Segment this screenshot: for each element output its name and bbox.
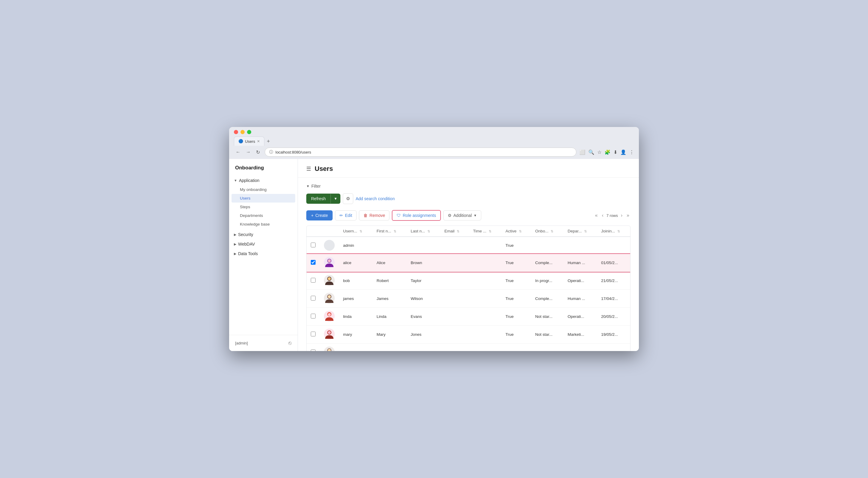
cell-department: Marketi...	[563, 326, 597, 344]
edit-label: Edit	[345, 213, 352, 218]
row-checkbox[interactable]	[311, 314, 315, 318]
col-email[interactable]: Email ⇅	[440, 226, 469, 237]
table-row[interactable]: linda Linda Evans True Not star... Opera…	[307, 308, 630, 326]
svg-point-14	[328, 331, 331, 334]
col-onboarding[interactable]: Onbo... ⇅	[531, 226, 563, 237]
cell-active: True	[501, 237, 531, 254]
new-tab-button[interactable]: +	[265, 137, 273, 146]
create-label: Create	[315, 213, 328, 218]
sidebar-item-my-onboarding[interactable]: My onboarding	[229, 185, 298, 194]
next-page-button[interactable]: ›	[620, 212, 624, 219]
cell-checkbox	[307, 344, 320, 351]
minimize-button[interactable]	[241, 130, 245, 134]
webdav-section-header[interactable]: ▶ WebDAV	[229, 239, 298, 249]
col-time[interactable]: Time ... ⇅	[469, 226, 501, 237]
application-chevron-icon: ▼	[234, 179, 237, 182]
url-bar[interactable]: ⓘ localhost:8080/users	[265, 147, 577, 157]
first-page-button[interactable]: «	[594, 212, 599, 219]
logout-icon[interactable]: ⎋	[288, 340, 291, 346]
close-button[interactable]	[234, 130, 238, 134]
row-checkbox[interactable]	[311, 278, 315, 283]
maximize-button[interactable]	[247, 130, 251, 134]
browser-tab-users[interactable]: 🔵 Users ✕	[234, 137, 265, 146]
gear-icon: ⚙	[346, 196, 350, 201]
table-row[interactable]: mary Mary Jones True Not star... Marketi…	[307, 326, 630, 344]
table-row[interactable]: bob Robert Taylor True In progr... Opera…	[307, 272, 630, 290]
favicon-icon: 🔵	[238, 139, 243, 144]
prev-page-button[interactable]: ‹	[600, 212, 604, 219]
pagination-area: « ‹ 7 rows › »	[594, 212, 630, 219]
cell-time	[469, 290, 501, 308]
data-tools-chevron-icon: ▶	[234, 252, 236, 256]
refresh-dropdown-icon[interactable]: ▼	[331, 194, 340, 203]
row-checkbox[interactable]	[311, 296, 315, 301]
menu-icon[interactable]: ⋮	[629, 149, 634, 155]
data-tools-section-header[interactable]: ▶ Data Tools	[229, 249, 298, 259]
cell-joining: 01/05/2...	[597, 254, 630, 272]
cell-time	[469, 308, 501, 326]
additional-chevron-icon: ▼	[473, 214, 477, 217]
cell-onboarding: Not star...	[531, 326, 563, 344]
additional-button[interactable]: ⚙ Additional ▼	[443, 210, 481, 220]
cell-time	[469, 237, 501, 254]
create-button[interactable]: + Create	[306, 210, 333, 220]
cell-firstname: Mary	[372, 326, 406, 344]
sidebar-item-users[interactable]: Users	[231, 194, 295, 203]
cell-checkbox	[307, 272, 320, 290]
role-assignments-button[interactable]: 🛡 Role assignments	[392, 210, 441, 221]
joining-sort-icon: ⇅	[617, 230, 620, 233]
table-row[interactable]: alice Alice Brown True Comple... Human .…	[307, 254, 630, 272]
cell-department: Human ...	[563, 290, 597, 308]
col-department[interactable]: Depar... ⇅	[563, 226, 597, 237]
cell-checkbox	[307, 326, 320, 344]
col-username[interactable]: Usern... ⇅	[339, 226, 372, 237]
filter-toolbar: Refresh ▼ ⚙ Add search condition	[306, 193, 630, 204]
sidebar: Onboarding ▼ Application My onboarding U…	[229, 159, 298, 351]
table-row[interactable]: admin True	[307, 237, 630, 254]
col-lastname[interactable]: Last n... ⇅	[406, 226, 440, 237]
settings-button[interactable]: ⚙	[343, 193, 353, 204]
application-section-header[interactable]: ▼ Application	[229, 176, 298, 185]
sidebar-title: Onboarding	[229, 159, 298, 176]
add-search-condition-link[interactable]: Add search condition	[355, 196, 395, 201]
remove-button[interactable]: 🗑 Remove	[359, 210, 390, 220]
sidebar-item-departments[interactable]: Departments	[229, 211, 298, 220]
row-checkbox[interactable]	[311, 243, 315, 247]
reload-button[interactable]: ↻	[254, 149, 262, 156]
tab-bar: 🔵 Users ✕ +	[234, 137, 634, 146]
refresh-button[interactable]: Refresh ▼	[306, 194, 340, 204]
profile-icon[interactable]: 👤	[620, 149, 626, 155]
sidebar-item-knowledge-base[interactable]: Knowledge base	[229, 220, 298, 229]
row-checkbox[interactable]	[311, 349, 315, 351]
edit-button[interactable]: ✏ Edit	[335, 210, 356, 220]
screen-capture-icon[interactable]: ⬜	[579, 149, 585, 155]
cell-joining: 20/05/2...	[597, 308, 630, 326]
cell-username: susan	[339, 344, 372, 351]
zoom-icon[interactable]: 🔍	[588, 149, 594, 155]
table-row[interactable]: james James Wilson True Comple... Human …	[307, 290, 630, 308]
extension-icon[interactable]: 🧩	[604, 149, 611, 155]
sidebar-item-steps[interactable]: Steps	[229, 203, 298, 211]
additional-label: Additional	[454, 213, 472, 218]
forward-button[interactable]: →	[244, 149, 252, 156]
col-active[interactable]: Active ⇅	[501, 226, 531, 237]
role-assignments-label: Role assignments	[403, 213, 436, 218]
cell-username: linda	[339, 308, 372, 326]
bookmark-icon[interactable]: ☆	[597, 149, 601, 155]
row-checkbox[interactable]	[311, 332, 315, 336]
cell-firstname: Susan	[372, 344, 406, 351]
row-checkbox[interactable]	[311, 260, 315, 265]
security-section-header[interactable]: ▶ Security	[229, 230, 298, 239]
last-page-button[interactable]: »	[625, 212, 630, 219]
table-row[interactable]: susan Susan Baker True Not star... Opera…	[307, 344, 630, 351]
back-button[interactable]: ←	[234, 149, 242, 156]
download-icon[interactable]: ⬇	[614, 149, 617, 155]
col-firstname[interactable]: First n... ⇅	[372, 226, 406, 237]
cell-email	[440, 272, 469, 290]
filter-label[interactable]: ▼ Filter	[306, 184, 321, 189]
hamburger-icon[interactable]: ☰	[306, 166, 311, 172]
cell-email	[440, 308, 469, 326]
app-container: Onboarding ▼ Application My onboarding U…	[229, 159, 639, 351]
close-tab-icon[interactable]: ✕	[257, 139, 260, 143]
col-joining[interactable]: Joinin... ⇅	[597, 226, 630, 237]
